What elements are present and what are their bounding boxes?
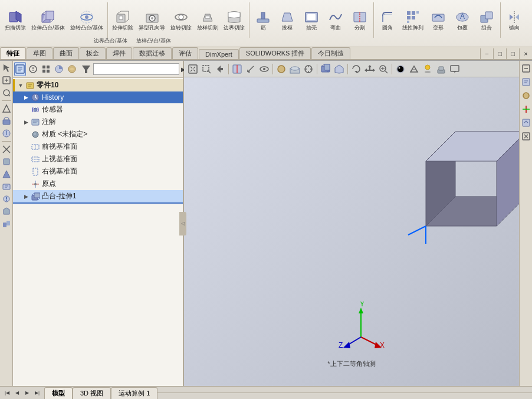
feature-tree-tab[interactable] — [14, 62, 26, 76]
combine-button[interactable]: 组合 — [475, 8, 498, 32]
tab-sw-addins[interactable]: SOLIDWORKS 插件 — [239, 47, 311, 59]
vp-section-view[interactable] — [231, 63, 244, 76]
tree-annotation-expander[interactable]: ▶ — [22, 119, 29, 126]
vp-zoom-area[interactable] — [200, 63, 213, 76]
mirror-button[interactable]: 镜向 — [503, 8, 526, 32]
tree-item-top-plane[interactable]: 上视基准面 — [13, 153, 183, 165]
flex-button[interactable]: 弯曲 — [324, 8, 347, 32]
left-tool-5[interactable] — [1, 115, 12, 127]
left-tool-7[interactable] — [1, 143, 12, 155]
left-tool-4[interactable] — [1, 103, 12, 115]
panel-close-btn[interactable]: × — [519, 48, 532, 59]
draft-button[interactable]: 拔模 — [275, 8, 299, 32]
tab-features[interactable]: 特征 — [0, 47, 26, 59]
tree-material-expander[interactable] — [22, 131, 29, 138]
vp-realview[interactable] — [394, 63, 407, 76]
tree-item-front-plane[interactable]: 前视基准面 — [13, 140, 183, 153]
tree-sensor-expander[interactable] — [22, 106, 29, 113]
vp-edit-appearance[interactable] — [275, 63, 288, 76]
left-tool-8[interactable] — [1, 156, 12, 168]
hole-wizard-button[interactable]: 异型孔向导 — [136, 8, 168, 32]
revolve-cut-button[interactable]: 旋转切除 — [168, 8, 194, 32]
filter-btn[interactable] — [80, 62, 92, 76]
config-tab[interactable] — [40, 62, 52, 76]
bottom-tab-3dview[interactable]: 3D 视图 — [73, 387, 111, 399]
vp-shadows[interactable] — [421, 63, 434, 76]
left-tool-2[interactable] — [1, 74, 12, 86]
tree-origin-expander[interactable] — [22, 181, 29, 188]
tree-item-history[interactable]: ▶ History — [13, 91, 183, 103]
vp-view-orientation[interactable] — [333, 63, 346, 76]
tree-root-expander[interactable]: ▼ — [17, 82, 24, 89]
left-tool-9[interactable] — [1, 168, 12, 180]
fillet-button[interactable]: 圆角 — [376, 8, 399, 32]
tab-last-btn[interactable]: ▶| — [32, 388, 42, 398]
left-tool-6[interactable]: i — [1, 127, 12, 139]
left-tool-13[interactable] — [1, 218, 12, 230]
tab-first-btn[interactable]: |◀ — [2, 388, 12, 398]
rib-button[interactable]: 筋 — [251, 8, 275, 32]
panel-restore-btn[interactable]: □ — [493, 48, 506, 59]
panel-collapse-handle[interactable]: ◁ — [179, 212, 186, 236]
tab-evaluate[interactable]: 评估 — [172, 47, 198, 59]
tree-item-material[interactable]: 材质 <未指定> — [13, 128, 183, 140]
tree-item-boss-extrude1[interactable]: ▶ 凸台-拉伸1 — [13, 190, 183, 204]
tree-root-item[interactable]: ▼ 零件10 — [13, 79, 183, 91]
vp-ambient-occlusion[interactable] — [435, 63, 448, 76]
property-tab[interactable] — [27, 62, 39, 76]
revolve-button[interactable]: 旋转凸台/基体 — [68, 8, 106, 32]
tree-item-sensor[interactable]: 传感器 — [13, 103, 183, 116]
vp-display-style[interactable] — [319, 63, 332, 76]
viewport[interactable]: Y X Z *上下二等角轴测 — [184, 61, 519, 386]
shell-button[interactable]: 抽壳 — [300, 8, 323, 32]
tab-today-manufacturing[interactable]: 今日制造 — [311, 47, 350, 59]
tree-history-expander[interactable]: ▶ — [22, 94, 29, 101]
vp-rotate[interactable] — [350, 63, 363, 76]
linear-pattern-button[interactable]: 线性阵列 — [400, 8, 426, 32]
tab-next-btn[interactable]: ▶ — [22, 388, 32, 398]
tab-dimxpert[interactable]: DimXpert — [199, 49, 239, 59]
cut-extrude-button[interactable]: 拉伸切除 — [110, 8, 136, 32]
tree-item-annotation[interactable]: ▶ 注解 — [13, 116, 183, 128]
vp-dynamic-annotation[interactable] — [244, 63, 257, 76]
tree-search-input[interactable] — [93, 63, 179, 75]
tab-sheet-metal[interactable]: 板金 — [80, 47, 106, 59]
boss-extrude-button[interactable]: 拉伸凸台/基体 — [29, 8, 67, 32]
tree-boss-expander[interactable]: ▶ — [22, 193, 29, 200]
panel-maximize-btn[interactable]: □ — [506, 48, 519, 59]
tree-front-plane-expander[interactable] — [22, 143, 29, 151]
vp-perspective[interactable] — [408, 63, 421, 76]
left-tool-10[interactable] — [1, 181, 12, 192]
right-tool-5[interactable] — [520, 116, 533, 129]
vp-zoom-in-out[interactable] — [377, 63, 390, 76]
right-tool-6[interactable] — [520, 130, 533, 143]
vp-scene[interactable] — [288, 63, 301, 76]
display-state-tab[interactable] — [53, 62, 65, 76]
indent-button[interactable]: 压凹 — [527, 8, 530, 32]
tab-surface[interactable]: 曲面 — [53, 47, 79, 59]
tree-top-plane-expander[interactable] — [22, 156, 29, 163]
tab-weldments[interactable]: 焊件 — [106, 47, 132, 59]
bottom-tab-motion[interactable]: 运动算例 1 — [111, 387, 157, 399]
vp-previous-view[interactable] — [214, 63, 226, 76]
right-tool-4[interactable] — [520, 103, 533, 116]
boundary-cut-button[interactable]: 边界切除 — [221, 8, 247, 32]
left-tool-1[interactable] — [1, 62, 12, 74]
tree-item-origin[interactable]: 原点 — [13, 178, 183, 190]
right-tool-1[interactable] — [520, 62, 533, 75]
tree-right-plane-expander[interactable] — [22, 168, 29, 175]
right-tool-2[interactable] — [520, 76, 533, 89]
bottom-tab-model[interactable]: 模型 — [44, 387, 73, 399]
left-tool-12[interactable] — [1, 205, 12, 217]
sweep-cut-button[interactable]: 扫描切除 — [2, 8, 28, 32]
deform-button[interactable]: 变形 — [426, 8, 450, 32]
wrap-button[interactable]: A 包覆 — [451, 8, 474, 32]
vp-monitor[interactable] — [448, 63, 461, 76]
tab-sketch[interactable]: 草图 — [27, 47, 52, 59]
split-button[interactable]: 分割 — [348, 8, 372, 32]
vp-hide-show[interactable] — [258, 63, 271, 76]
vp-view-settings[interactable] — [302, 63, 315, 76]
left-tool-3[interactable] — [1, 87, 12, 99]
tree-item-right-plane[interactable]: 右视基准面 — [13, 165, 183, 178]
vp-zoom-fit[interactable] — [186, 63, 199, 76]
